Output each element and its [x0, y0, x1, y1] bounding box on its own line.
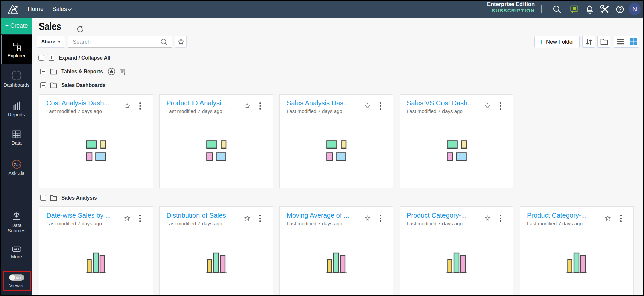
- svg-text:Zia: Zia: [13, 162, 19, 167]
